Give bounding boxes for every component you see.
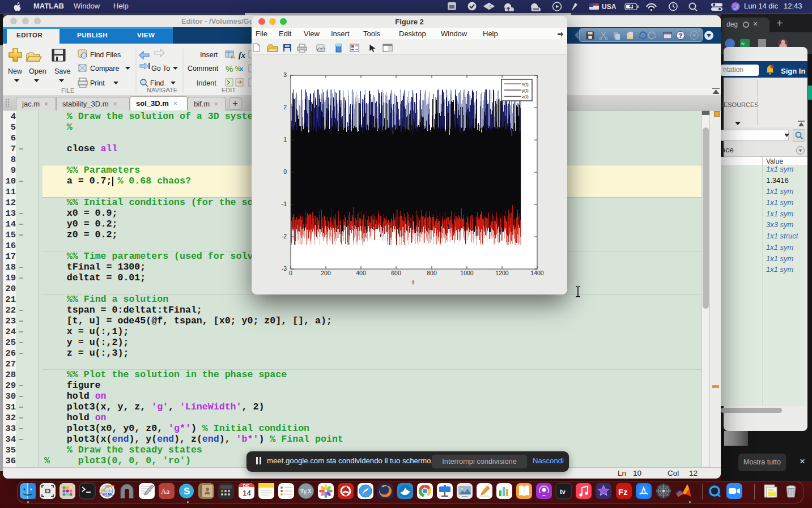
svg-text:1400: 1400: [530, 270, 544, 276]
svg-text:Aa: Aa: [161, 487, 169, 496]
svg-text:N: N: [741, 41, 745, 46]
svg-text:-3: -3: [282, 265, 287, 272]
svg-text:Fz: Fz: [618, 487, 628, 497]
svg-text:Find: Find: [150, 79, 164, 87]
svg-text:fx: fx: [239, 51, 245, 59]
svg-text:Insert: Insert: [200, 51, 218, 59]
svg-text:Indent: Indent: [197, 79, 216, 87]
svg-text:Compare: Compare: [90, 65, 119, 72]
svg-text:-1: -1: [282, 200, 287, 207]
svg-text:%: %: [226, 64, 233, 74]
svg-text:600: 600: [391, 270, 401, 276]
svg-text:Print: Print: [90, 79, 105, 87]
svg-text:NAVIGATE: NAVIGATE: [147, 87, 177, 93]
svg-text:Find Files: Find Files: [90, 51, 121, 59]
svg-text:200: 200: [321, 270, 331, 276]
svg-text:14: 14: [243, 489, 252, 497]
svg-text:DIC: DIC: [243, 484, 250, 488]
svg-text:3: 3: [283, 71, 287, 78]
svg-text:Open: Open: [29, 67, 46, 75]
svg-text:New: New: [8, 67, 23, 75]
svg-text:EDIT: EDIT: [222, 87, 236, 93]
svg-text:400: 400: [356, 270, 366, 276]
svg-text:2: 2: [283, 104, 287, 110]
svg-text:Comment: Comment: [188, 65, 219, 72]
svg-text:?: ?: [679, 32, 683, 39]
svg-text:-2: -2: [282, 233, 287, 240]
svg-text:x: x: [240, 65, 244, 72]
svg-text:HTML: HTML: [103, 492, 114, 496]
svg-text:FILE: FILE: [61, 87, 74, 94]
svg-text:z(t): z(t): [522, 94, 529, 99]
svg-text:800: 800: [427, 270, 437, 276]
svg-text:Go To: Go To: [151, 65, 170, 72]
svg-text:t: t: [412, 279, 414, 285]
svg-text:1000: 1000: [460, 270, 474, 276]
svg-text:USA: USA: [602, 3, 617, 11]
svg-text:0: 0: [289, 270, 292, 276]
svg-text:y(t): y(t): [522, 88, 529, 93]
svg-text:tv: tv: [560, 488, 566, 495]
svg-text:1200: 1200: [495, 270, 509, 276]
svg-text:x(t): x(t): [522, 82, 529, 87]
svg-text:1: 1: [283, 136, 287, 143]
svg-text:S: S: [184, 486, 190, 497]
svg-text:0: 0: [283, 168, 287, 175]
svg-text:Save: Save: [54, 67, 71, 75]
